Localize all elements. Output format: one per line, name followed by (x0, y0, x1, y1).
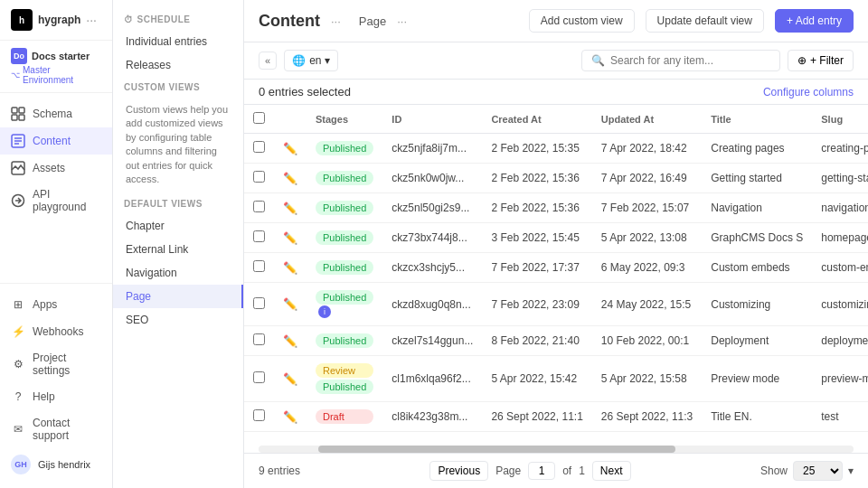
help-icon: ? (11, 389, 25, 404)
filter-button[interactable]: ⊕ + Filter (788, 50, 854, 71)
row-checkbox[interactable] (253, 141, 265, 153)
sidebar-item-external-link[interactable]: External Link (113, 238, 243, 261)
horizontal-scrollbar[interactable] (259, 446, 854, 453)
next-page-button[interactable]: Next (592, 461, 631, 481)
env-top: Do Docs starter (11, 48, 101, 64)
row-id-cell: cl8ik423g38m... (382, 402, 482, 432)
row-checkbox[interactable] (253, 260, 265, 272)
stage-badge: Published (316, 171, 373, 185)
filter-label: + Filter (810, 54, 844, 67)
sidebar-individual-entries[interactable]: Individual entries (113, 30, 243, 53)
search-box[interactable]: 🔍 (581, 50, 780, 71)
contact-label: Contact support (33, 417, 101, 442)
current-page-input[interactable] (528, 462, 555, 480)
row-edit-cell[interactable]: ✏️ (274, 223, 307, 253)
per-page-select[interactable]: 25 50 100 (793, 461, 843, 481)
info-icon[interactable]: i (318, 305, 331, 318)
sidebar-item-page[interactable]: Page (113, 285, 243, 308)
stage-badge: Published (316, 290, 373, 305)
search-input[interactable] (610, 54, 770, 67)
table-row: ✏️Publishedckz73bx744j8...3 Feb 2022, 15… (244, 223, 868, 253)
edit-icon[interactable]: ✏️ (283, 334, 297, 348)
edit-icon[interactable]: ✏️ (283, 231, 297, 245)
row-checkbox[interactable] (253, 297, 265, 309)
nav-item-apps[interactable]: ⊞ Apps (0, 291, 112, 318)
edit-icon[interactable]: ✏️ (283, 202, 297, 215)
app-menu-dots[interactable]: ··· (86, 13, 97, 27)
row-stage-cell: Published (307, 326, 382, 356)
nav-arrows: « (259, 52, 277, 70)
row-stage-cell: Publishedi (307, 283, 382, 326)
row-edit-cell[interactable]: ✏️ (274, 326, 307, 356)
row-checkbox-cell (244, 134, 274, 164)
row-checkbox[interactable] (253, 171, 265, 183)
sidebar-item-chapter[interactable]: Chapter (113, 214, 243, 238)
row-created-at-cell: 2 Feb 2022, 15:35 (482, 134, 591, 164)
row-created-at-cell: 7 Feb 2022, 17:37 (482, 253, 591, 283)
row-edit-cell[interactable]: ✏️ (274, 134, 307, 164)
sidebar-item-seo[interactable]: SEO (113, 308, 243, 332)
back-arrow-button[interactable]: « (259, 52, 277, 70)
sub-toolbar: 0 entries selected Configure columns (244, 80, 868, 105)
app-name: hygraph (38, 14, 80, 26)
row-updated-at-cell: 7 Apr 2022, 16:49 (592, 164, 702, 193)
row-slug-cell: customizing (812, 283, 868, 326)
nav-item-api[interactable]: API playground (0, 182, 112, 220)
page-view-label[interactable]: Page (359, 14, 386, 28)
of-label: of (562, 465, 571, 477)
row-checkbox[interactable] (253, 371, 265, 383)
filter-icon: ⊕ (797, 54, 807, 67)
select-all-checkbox[interactable] (253, 112, 265, 124)
edit-icon[interactable]: ✏️ (283, 142, 297, 155)
add-custom-view-button[interactable]: Add custom view (529, 9, 635, 33)
env-master[interactable]: Master Environment (11, 65, 101, 85)
row-checkbox[interactable] (253, 409, 265, 421)
row-checkbox[interactable] (253, 201, 265, 212)
row-slug-cell: test (812, 402, 868, 432)
update-default-view-button[interactable]: Update default view (646, 9, 764, 33)
edit-icon[interactable]: ✏️ (283, 172, 297, 185)
page-menu-dots[interactable]: ··· (397, 14, 407, 28)
sidebar-releases[interactable]: Releases (113, 53, 243, 77)
page-label: Page (495, 465, 521, 477)
row-slug-cell: homepage (812, 223, 868, 253)
edit-icon[interactable]: ✏️ (283, 261, 297, 275)
scrollbar-thumb[interactable] (318, 446, 675, 453)
row-edit-cell[interactable]: ✏️ (274, 402, 307, 432)
previous-page-button[interactable]: Previous (429, 461, 488, 481)
edit-icon[interactable]: ✏️ (283, 297, 297, 311)
language-selector[interactable]: 🌐 en ▾ (284, 50, 338, 71)
username: Gijs hendrix (38, 459, 90, 470)
apps-icon: ⊞ (11, 297, 25, 312)
row-created-at-cell: 2 Feb 2022, 15:36 (482, 193, 591, 223)
pagination: Previous Page of 1 Next (429, 461, 630, 481)
row-slug-cell: custom-embeds (812, 253, 868, 283)
row-edit-cell[interactable]: ✏️ (274, 253, 307, 283)
row-updated-at-cell: 10 Feb 2022, 00:1 (592, 326, 702, 356)
nav-item-webhooks[interactable]: ⚡ Webhooks (0, 318, 112, 345)
nav-item-contact[interactable]: ✉ Contact support (0, 410, 112, 448)
row-checkbox[interactable] (253, 230, 265, 242)
edit-icon[interactable]: ✏️ (283, 372, 297, 386)
configure-columns-button[interactable]: Configure columns (763, 86, 854, 99)
row-edit-cell[interactable]: ✏️ (274, 283, 307, 326)
nav-item-help[interactable]: ? Help (0, 383, 112, 410)
chevron-down-icon: ▾ (848, 465, 854, 477)
nav-item-assets[interactable]: Assets (0, 155, 112, 182)
title-menu-dots[interactable]: ··· (331, 14, 341, 28)
nav-item-project-settings[interactable]: ⚙ Project settings (0, 345, 112, 383)
sidebar-item-navigation[interactable]: Navigation (113, 261, 243, 285)
row-edit-cell[interactable]: ✏️ (274, 193, 307, 223)
row-checkbox[interactable] (253, 333, 265, 345)
select-all-header[interactable] (244, 105, 274, 134)
content-icon (11, 134, 25, 148)
row-edit-cell[interactable]: ✏️ (274, 356, 307, 402)
row-edit-cell[interactable]: ✏️ (274, 164, 307, 193)
nav-item-schema[interactable]: Schema (0, 100, 112, 127)
table-row: ✏️Publishedckz5njfa8ij7m...2 Feb 2022, 1… (244, 134, 868, 164)
user-profile[interactable]: GH Gijs hendrix (0, 448, 112, 481)
row-checkbox-cell (244, 402, 274, 432)
nav-item-content[interactable]: Content (0, 127, 112, 155)
edit-icon[interactable]: ✏️ (283, 410, 297, 424)
add-entry-button[interactable]: + Add entry (775, 9, 854, 33)
